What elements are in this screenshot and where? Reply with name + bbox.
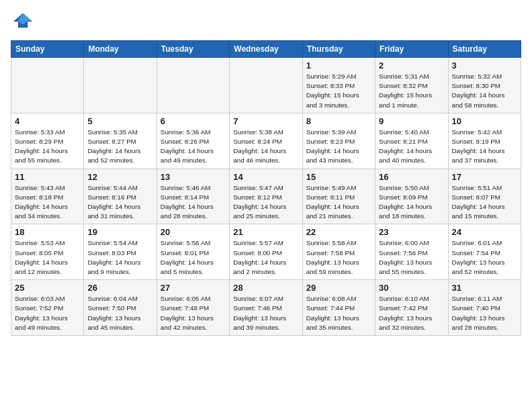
day-info: Sunrise: 5:58 AM Sunset: 7:58 PM Dayligh… — [306, 238, 371, 277]
calendar-cell — [230, 58, 302, 113]
day-number: 14 — [233, 172, 298, 182]
day-info: Sunrise: 5:40 AM Sunset: 8:21 PM Dayligh… — [379, 128, 444, 166]
page-header — [11, 11, 521, 35]
day-number: 27 — [161, 283, 226, 293]
day-info: Sunrise: 5:32 AM Sunset: 8:30 PM Dayligh… — [452, 72, 517, 110]
day-info: Sunrise: 5:39 AM Sunset: 8:23 PM Dayligh… — [306, 128, 371, 166]
calendar-cell — [11, 58, 84, 113]
calendar-cell: 12Sunrise: 5:44 AM Sunset: 8:16 PM Dayli… — [84, 169, 157, 224]
day-number: 4 — [15, 116, 80, 126]
day-number: 15 — [306, 172, 371, 182]
calendar-cell: 21Sunrise: 5:57 AM Sunset: 8:00 PM Dayli… — [230, 224, 302, 280]
week-row-5: 25Sunrise: 6:03 AM Sunset: 7:52 PM Dayli… — [11, 280, 521, 336]
day-number: 24 — [452, 227, 517, 237]
weekday-header-monday: Monday — [84, 41, 157, 58]
calendar-cell: 27Sunrise: 6:05 AM Sunset: 7:48 PM Dayli… — [157, 280, 229, 336]
day-info: Sunrise: 5:56 AM Sunset: 8:01 PM Dayligh… — [161, 238, 226, 277]
day-info: Sunrise: 6:04 AM Sunset: 7:50 PM Dayligh… — [87, 294, 152, 332]
calendar-cell: 15Sunrise: 5:49 AM Sunset: 8:11 PM Dayli… — [302, 169, 375, 224]
week-row-2: 4Sunrise: 5:33 AM Sunset: 8:29 PM Daylig… — [11, 113, 521, 169]
day-info: Sunrise: 5:53 AM Sunset: 8:05 PM Dayligh… — [15, 238, 80, 277]
weekday-header-friday: Friday — [375, 41, 448, 58]
day-info: Sunrise: 5:57 AM Sunset: 8:00 PM Dayligh… — [233, 238, 298, 277]
calendar-cell: 26Sunrise: 6:04 AM Sunset: 7:50 PM Dayli… — [84, 280, 157, 336]
day-info: Sunrise: 6:08 AM Sunset: 7:44 PM Dayligh… — [306, 294, 371, 332]
day-number: 6 — [161, 116, 226, 126]
day-number: 12 — [87, 172, 152, 182]
day-info: Sunrise: 5:33 AM Sunset: 8:29 PM Dayligh… — [15, 128, 80, 166]
calendar-cell: 4Sunrise: 5:33 AM Sunset: 8:29 PM Daylig… — [11, 113, 84, 169]
calendar-cell: 6Sunrise: 5:36 AM Sunset: 8:26 PM Daylig… — [157, 113, 229, 169]
day-info: Sunrise: 5:35 AM Sunset: 8:27 PM Dayligh… — [87, 128, 152, 166]
weekday-header-tuesday: Tuesday — [157, 41, 229, 58]
day-number: 13 — [161, 172, 226, 182]
day-number: 5 — [87, 116, 152, 126]
day-info: Sunrise: 5:49 AM Sunset: 8:11 PM Dayligh… — [306, 183, 371, 222]
day-info: Sunrise: 6:03 AM Sunset: 7:52 PM Dayligh… — [15, 294, 80, 332]
day-number: 28 — [233, 283, 298, 293]
calendar-cell: 3Sunrise: 5:32 AM Sunset: 8:30 PM Daylig… — [448, 58, 521, 113]
calendar-cell — [84, 58, 157, 113]
calendar-cell: 11Sunrise: 5:43 AM Sunset: 8:18 PM Dayli… — [11, 169, 84, 224]
calendar-cell: 23Sunrise: 6:00 AM Sunset: 7:56 PM Dayli… — [375, 224, 448, 280]
day-info: Sunrise: 5:46 AM Sunset: 8:14 PM Dayligh… — [161, 183, 226, 222]
day-info: Sunrise: 5:43 AM Sunset: 8:18 PM Dayligh… — [15, 183, 80, 222]
svg-marker-1 — [18, 13, 33, 24]
calendar-cell: 17Sunrise: 5:51 AM Sunset: 8:07 PM Dayli… — [448, 169, 521, 224]
calendar-cell: 9Sunrise: 5:40 AM Sunset: 8:21 PM Daylig… — [375, 113, 448, 169]
weekday-header-wednesday: Wednesday — [230, 41, 302, 58]
day-number: 29 — [306, 283, 371, 293]
calendar-cell: 25Sunrise: 6:03 AM Sunset: 7:52 PM Dayli… — [11, 280, 84, 336]
day-number: 25 — [15, 283, 80, 293]
calendar-cell: 28Sunrise: 6:07 AM Sunset: 7:46 PM Dayli… — [230, 280, 302, 336]
calendar-cell — [157, 58, 229, 113]
day-number: 31 — [452, 283, 517, 293]
calendar-cell: 8Sunrise: 5:39 AM Sunset: 8:23 PM Daylig… — [302, 113, 375, 169]
weekday-header-sunday: Sunday — [11, 41, 84, 58]
day-number: 19 — [87, 227, 152, 237]
day-info: Sunrise: 6:10 AM Sunset: 7:42 PM Dayligh… — [379, 294, 444, 332]
day-info: Sunrise: 5:31 AM Sunset: 8:32 PM Dayligh… — [379, 72, 444, 110]
calendar-cell: 20Sunrise: 5:56 AM Sunset: 8:01 PM Dayli… — [157, 224, 229, 280]
day-info: Sunrise: 6:00 AM Sunset: 7:56 PM Dayligh… — [379, 238, 444, 277]
day-info: Sunrise: 5:42 AM Sunset: 8:19 PM Dayligh… — [452, 128, 517, 166]
calendar-cell: 1Sunrise: 5:29 AM Sunset: 8:33 PM Daylig… — [302, 58, 375, 113]
week-row-4: 18Sunrise: 5:53 AM Sunset: 8:05 PM Dayli… — [11, 224, 521, 280]
day-info: Sunrise: 5:44 AM Sunset: 8:16 PM Dayligh… — [87, 183, 152, 222]
day-number: 7 — [233, 116, 298, 126]
day-number: 16 — [379, 172, 444, 182]
calendar-cell: 13Sunrise: 5:46 AM Sunset: 8:14 PM Dayli… — [157, 169, 229, 224]
day-number: 17 — [452, 172, 517, 182]
day-number: 26 — [87, 283, 152, 293]
day-number: 10 — [452, 116, 517, 126]
logo-icon — [11, 11, 35, 35]
calendar-cell: 31Sunrise: 6:11 AM Sunset: 7:40 PM Dayli… — [448, 280, 521, 336]
day-number: 20 — [161, 227, 226, 237]
day-info: Sunrise: 5:29 AM Sunset: 8:33 PM Dayligh… — [306, 72, 371, 110]
day-info: Sunrise: 6:05 AM Sunset: 7:48 PM Dayligh… — [161, 294, 226, 332]
weekday-header-thursday: Thursday — [302, 41, 375, 58]
day-info: Sunrise: 6:07 AM Sunset: 7:46 PM Dayligh… — [233, 294, 298, 332]
day-info: Sunrise: 6:01 AM Sunset: 7:54 PM Dayligh… — [452, 238, 517, 277]
calendar-table: SundayMondayTuesdayWednesdayThursdayFrid… — [11, 40, 521, 336]
weekday-header-saturday: Saturday — [448, 41, 521, 58]
day-number: 9 — [379, 116, 444, 126]
day-info: Sunrise: 6:11 AM Sunset: 7:40 PM Dayligh… — [452, 294, 517, 332]
day-number: 30 — [379, 283, 444, 293]
day-number: 11 — [15, 172, 80, 182]
calendar-cell: 5Sunrise: 5:35 AM Sunset: 8:27 PM Daylig… — [84, 113, 157, 169]
day-number: 3 — [452, 60, 517, 71]
day-number: 8 — [306, 116, 371, 126]
day-number: 21 — [233, 227, 298, 237]
day-info: Sunrise: 5:36 AM Sunset: 8:26 PM Dayligh… — [161, 128, 226, 166]
weekday-header-row: SundayMondayTuesdayWednesdayThursdayFrid… — [11, 41, 521, 58]
week-row-3: 11Sunrise: 5:43 AM Sunset: 8:18 PM Dayli… — [11, 169, 521, 224]
day-number: 23 — [379, 227, 444, 237]
day-number: 22 — [306, 227, 371, 237]
day-info: Sunrise: 5:50 AM Sunset: 8:09 PM Dayligh… — [379, 183, 444, 222]
calendar-cell: 30Sunrise: 6:10 AM Sunset: 7:42 PM Dayli… — [375, 280, 448, 336]
day-number: 2 — [379, 60, 444, 71]
calendar-cell: 16Sunrise: 5:50 AM Sunset: 8:09 PM Dayli… — [375, 169, 448, 224]
day-info: Sunrise: 5:51 AM Sunset: 8:07 PM Dayligh… — [452, 183, 517, 222]
calendar-cell: 7Sunrise: 5:38 AM Sunset: 8:24 PM Daylig… — [230, 113, 302, 169]
